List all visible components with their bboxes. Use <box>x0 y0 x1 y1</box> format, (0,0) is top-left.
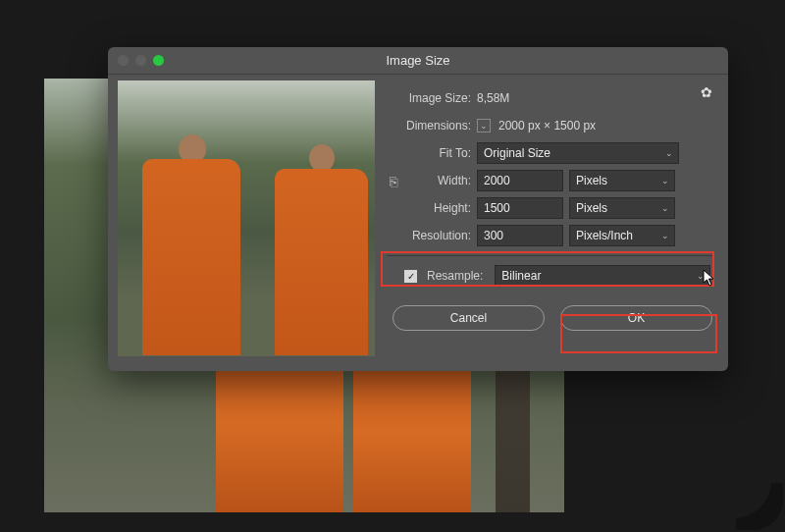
fit-to-label: Fit To: <box>387 146 471 160</box>
chevron-down-icon: ⌄ <box>661 176 669 186</box>
resolution-input[interactable] <box>477 225 563 246</box>
chevron-down-icon: ⌄ <box>665 148 673 158</box>
window-close-button[interactable] <box>118 55 129 66</box>
cancel-button[interactable]: Cancel <box>392 305 545 331</box>
image-size-value: 8,58M <box>477 91 509 105</box>
height-unit-select[interactable]: Pixels ⌄ <box>569 197 675 219</box>
dialog-titlebar: Image Size <box>108 47 728 75</box>
dimensions-value: 2000 px × 1500 px <box>498 119 596 133</box>
width-unit-value: Pixels <box>576 174 607 187</box>
fit-to-value: Original Size <box>484 146 550 160</box>
chevron-down-icon: ⌄ <box>661 231 669 240</box>
height-input[interactable] <box>477 197 563 219</box>
link-constrain-icon[interactable]: ⎘ <box>390 174 397 189</box>
tutorial-highlight-resample <box>381 251 714 287</box>
gear-icon[interactable]: ✿ <box>701 84 712 100</box>
width-unit-select[interactable]: Pixels ⌄ <box>569 170 675 191</box>
height-unit-value: Pixels <box>576 201 607 215</box>
dimensions-label: Dimensions: <box>387 119 471 133</box>
chevron-down-icon: ⌄ <box>661 203 669 213</box>
dialog-title: Image Size <box>386 53 449 68</box>
height-label: Height: <box>387 201 471 215</box>
image-preview <box>118 80 375 356</box>
dimensions-expand-icon[interactable]: ⌄ <box>477 119 491 133</box>
window-zoom-button[interactable] <box>153 55 164 66</box>
resolution-unit-value: Pixels/Inch <box>576 229 633 242</box>
fit-to-select[interactable]: Original Size ⌄ <box>477 142 679 164</box>
window-minimize-button[interactable] <box>135 55 146 66</box>
width-input[interactable] <box>477 170 563 191</box>
resolution-label: Resolution: <box>387 229 471 242</box>
resolution-unit-select[interactable]: Pixels/Inch ⌄ <box>569 225 675 246</box>
width-label: Width: <box>387 174 471 187</box>
image-size-label: Image Size: <box>387 91 471 105</box>
tutorial-highlight-ok <box>560 314 717 353</box>
screenshot-corner-decoration <box>736 483 783 530</box>
